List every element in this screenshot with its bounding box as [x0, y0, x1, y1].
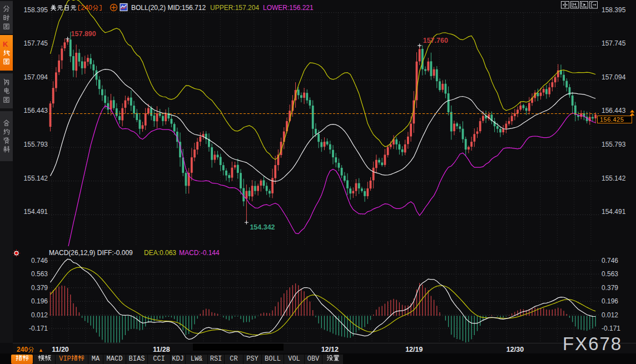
candle-body [482, 116, 484, 121]
candle-body [456, 123, 458, 126]
candle-body [448, 93, 450, 112]
cjk-glyph [77, 4, 81, 11]
macd-axis-label-left: 0.379 [31, 284, 48, 292]
candle-body [78, 53, 81, 62]
boll-indicator-name: BOLL(20,2) [131, 4, 166, 12]
toolbar-item-kdj[interactable]: KDJ [171, 355, 185, 364]
svg-text:157.890: 157.890 [71, 30, 96, 38]
macd-axis-label-right: 0.012 [602, 311, 618, 319]
candle-body [439, 81, 441, 90]
add-indicator-icon[interactable] [110, 3, 118, 14]
chart-scrollbar-thumb[interactable] [193, 343, 284, 351]
candle-body [125, 101, 127, 108]
candle-body [404, 144, 406, 153]
zoom-y-icon[interactable] [580, 2, 588, 9]
toolbar-item-label: KDJ [172, 355, 184, 363]
candle-body [81, 61, 83, 68]
candle-body [496, 126, 499, 129]
candle-body [260, 181, 262, 186]
candle-body [101, 89, 103, 96]
cjk-glyph [3, 146, 10, 153]
candle-body [116, 108, 118, 116]
candle-body [113, 100, 115, 108]
candle-body [217, 154, 219, 157]
candle-body [479, 121, 481, 131]
candle-body [324, 142, 326, 147]
toolbar-item-ma[interactable]: MA [88, 355, 103, 364]
candle-body [410, 124, 412, 137]
toolbar-item-cr[interactable]: CR [225, 355, 243, 364]
sidebar-tab-label [3, 4, 10, 31]
cjk-glyph [57, 4, 63, 11]
candle-body [317, 134, 320, 142]
toolbar-item-psy[interactable]: PSY [244, 355, 261, 364]
candle-body [525, 108, 528, 111]
candle-body [173, 124, 176, 131]
candle-body [523, 105, 525, 108]
candle-body [225, 171, 227, 176]
candle-body [459, 127, 461, 129]
price-axis-label-right: 155.793 [602, 141, 626, 148]
candle-body [349, 188, 351, 193]
price-axis-label-left: 157.745 [24, 39, 48, 47]
macd-readout-diff: MACD(26,12,9) DIFF:-0.009 [49, 249, 133, 257]
candlestick-chart-canvas[interactable]: 158.395 158.395 157.745 157.745 157.094 … [0, 0, 636, 364]
toolbar-item-settings[interactable] [322, 355, 343, 364]
sidebar-tab-time-chart[interactable] [0, 1, 13, 34]
overlay-line [51, 259, 596, 340]
toolbar-item-obv[interactable]: OBV [305, 355, 322, 364]
candle-body [346, 180, 349, 188]
toolbar-item-bias[interactable]: BIAS [126, 355, 147, 364]
candle-body [118, 116, 121, 120]
toolbar-item-lw[interactable]: LW& [186, 355, 207, 364]
period-selector[interactable]: 240▲ [17, 346, 43, 353]
pan-icon[interactable] [562, 2, 569, 9]
sidebar-tab-flash-chart[interactable] [0, 73, 13, 108]
toolbar-item-boll[interactable]: BOLL [262, 355, 284, 364]
candle-body [565, 81, 568, 88]
candle-body [407, 137, 409, 144]
toolbar-item-vol[interactable]: VOL [284, 355, 304, 364]
macd-settings-icon[interactable] [12, 249, 21, 260]
candle-body [150, 108, 152, 116]
candle-body [421, 49, 424, 69]
boll-readout-lower: LOWER:156.221 [263, 3, 314, 12]
candle-body [519, 106, 521, 109]
candle-body [107, 103, 109, 110]
toolbar-item-label: BOLL [265, 355, 281, 363]
zoom-x-icon[interactable] [571, 2, 579, 9]
toolbar-item-indicator[interactable] [11, 355, 33, 364]
price-axis-label-left: 155.793 [24, 141, 48, 148]
candle-body [462, 129, 464, 139]
toolbar-item-cci[interactable]: CCI [148, 355, 170, 364]
candle-body [424, 69, 426, 71]
sidebar-tab-kline-chart[interactable]: K [0, 35, 13, 71]
candle-body [468, 147, 470, 150]
toolbar-item-macd[interactable]: MACD [103, 355, 126, 364]
candle-body [326, 142, 329, 144]
toolbar-item-rsi[interactable]: RSI [208, 355, 224, 364]
sidebar-tab-contract-info[interactable] [0, 111, 13, 161]
cjk-glyph [326, 355, 333, 361]
toolbar-item-label: MACD [107, 355, 123, 363]
price-axis-label-left: 158.395 [24, 6, 48, 14]
candle-body [145, 113, 147, 126]
sidebar-tab-label [3, 77, 10, 104]
candle-body [254, 186, 256, 191]
candle-body [75, 53, 77, 71]
candle-body [234, 165, 236, 167]
cjk-glyph [38, 355, 44, 361]
candle-body [381, 162, 383, 165]
candle-body [528, 103, 530, 111]
cjk-glyph [71, 355, 78, 361]
candle-body [511, 116, 513, 122]
toolbar-item-template[interactable] [33, 355, 55, 364]
candle-body [366, 188, 369, 196]
toolbar-item-vip-indicator[interactable]: VIP [56, 355, 88, 364]
macd-diff-value: DIFF:-0.009 [97, 249, 133, 257]
candle-body [49, 103, 52, 127]
indicator-legend-icon[interactable] [120, 3, 128, 14]
reset-view-icon[interactable] [590, 2, 598, 9]
macd-axis-label-left: 0.746 [31, 257, 48, 265]
candle-body [139, 120, 141, 129]
